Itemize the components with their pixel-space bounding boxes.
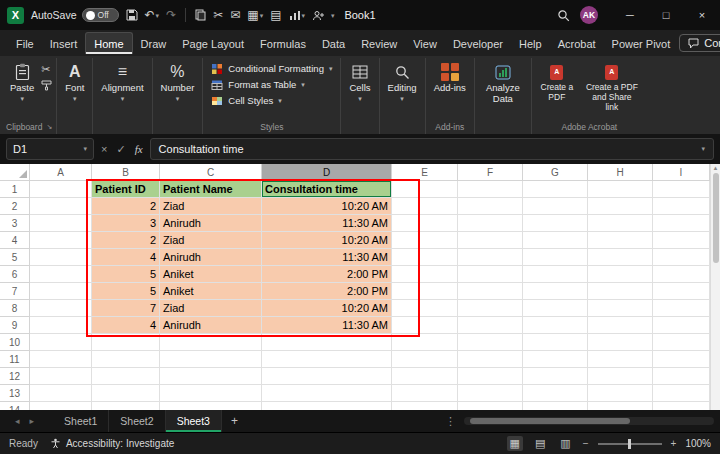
cell-D8[interactable]: 10:20 AM [262, 300, 392, 317]
cell-F4[interactable] [458, 232, 523, 249]
row-header-2[interactable]: 2 [0, 198, 30, 215]
cell-I14[interactable] [653, 402, 710, 410]
cell-E1[interactable] [392, 181, 458, 198]
sheet-nav-right-icon[interactable]: ▸ [25, 416, 40, 426]
enter-check-icon[interactable]: ✓ [116, 143, 125, 156]
cell-F3[interactable] [458, 215, 523, 232]
autosave-pill[interactable]: Off [82, 8, 119, 22]
cell-G9[interactable] [523, 317, 588, 334]
name-box[interactable]: D1 ▾ [6, 138, 94, 160]
cell-H6[interactable] [588, 266, 653, 283]
alignment-button[interactable]: ≡ Alignment ▾ [97, 59, 147, 104]
clipboard-group-label[interactable]: Clipboard ↘ [6, 122, 52, 134]
cell-H8[interactable] [588, 300, 653, 317]
column-header-G[interactable]: G [523, 164, 588, 181]
cell-B6[interactable]: 5 [92, 266, 160, 283]
cell-I6[interactable] [653, 266, 710, 283]
cell-C2[interactable]: Ziad [160, 198, 262, 215]
sheet-nav-left-icon[interactable]: ◂ [10, 416, 25, 426]
tab-home[interactable]: Home [85, 32, 132, 54]
column-header-D[interactable]: D [262, 164, 392, 181]
tab-draw[interactable]: Draw [133, 33, 175, 54]
cell-E2[interactable] [392, 198, 458, 215]
cell-C12[interactable] [160, 368, 262, 385]
cell-G11[interactable] [523, 351, 588, 368]
close-button[interactable]: × [684, 0, 720, 30]
cell-C1[interactable]: Patient Name [160, 181, 262, 198]
row-header-7[interactable]: 7 [0, 283, 30, 300]
cell-F9[interactable] [458, 317, 523, 334]
vertical-scrollbar[interactable]: ▲ [710, 164, 720, 410]
cell-D4[interactable]: 10:20 AM [262, 232, 392, 249]
column-header-H[interactable]: H [588, 164, 653, 181]
cell-C5[interactable]: Anirudh [160, 249, 262, 266]
person-add-icon[interactable] [312, 10, 324, 21]
row-header-3[interactable]: 3 [0, 215, 30, 232]
cell-D3[interactable]: 11:30 AM [262, 215, 392, 232]
sheet-tab-sheet3[interactable]: Sheet3 [166, 410, 222, 432]
cell-B1[interactable]: Patient ID [92, 181, 160, 198]
vertical-scroll-thumb[interactable] [713, 173, 719, 263]
redo-icon[interactable]: ↷ [166, 9, 176, 21]
cell-E8[interactable] [392, 300, 458, 317]
create-pdf-button[interactable]: A Create a PDF [536, 59, 578, 104]
cell-C3[interactable]: Anirudh [160, 215, 262, 232]
sheet-options-kebab-icon[interactable]: ⋮ [445, 415, 456, 428]
cell-A6[interactable] [30, 266, 92, 283]
format-painter-icon[interactable] [41, 80, 52, 91]
cell-G1[interactable] [523, 181, 588, 198]
paste-button[interactable]: Paste ▾ [6, 59, 38, 104]
cell-G4[interactable] [523, 232, 588, 249]
zoom-in-icon[interactable]: + [671, 438, 677, 449]
zoom-out-icon[interactable]: − [583, 438, 589, 449]
clipboard-dialog-launcher-icon[interactable]: ↘ [46, 123, 52, 131]
cell-G10[interactable] [523, 334, 588, 351]
row-header-11[interactable]: 11 [0, 351, 30, 368]
cell-I13[interactable] [653, 385, 710, 402]
cell-D12[interactable] [262, 368, 392, 385]
cell-B13[interactable] [92, 385, 160, 402]
cell-A10[interactable] [30, 334, 92, 351]
cell-A12[interactable] [30, 368, 92, 385]
cell-B4[interactable]: 2 [92, 232, 160, 249]
cell-E7[interactable] [392, 283, 458, 300]
cell-E3[interactable] [392, 215, 458, 232]
cell-A1[interactable] [30, 181, 92, 198]
cell-D5[interactable]: 11:30 AM [262, 249, 392, 266]
cell-F8[interactable] [458, 300, 523, 317]
zoom-slider[interactable] [598, 443, 662, 445]
tab-power-pivot[interactable]: Power Pivot [604, 33, 679, 54]
cell-H10[interactable] [588, 334, 653, 351]
cell-F10[interactable] [458, 334, 523, 351]
comments-button[interactable]: Comments [679, 34, 720, 52]
cell-B2[interactable]: 2 [92, 198, 160, 215]
conditional-formatting-button[interactable]: Conditional Formatting ▾ [207, 61, 336, 76]
analyze-data-button[interactable]: Analyze Data [479, 59, 527, 106]
cell-B10[interactable] [92, 334, 160, 351]
cell-I4[interactable] [653, 232, 710, 249]
save-icon[interactable] [126, 9, 138, 21]
cell-A2[interactable] [30, 198, 92, 215]
cell-C11[interactable] [160, 351, 262, 368]
normal-view-icon[interactable]: ▦ [507, 436, 523, 451]
cell-I3[interactable] [653, 215, 710, 232]
search-icon[interactable] [557, 9, 570, 22]
cell-E13[interactable] [392, 385, 458, 402]
row-header-6[interactable]: 6 [0, 266, 30, 283]
cell-H4[interactable] [588, 232, 653, 249]
cell-D14[interactable] [262, 402, 392, 410]
cell-A7[interactable] [30, 283, 92, 300]
format-as-table-button[interactable]: Format as Table ▾ [207, 77, 308, 92]
autosave-toggle[interactable]: AutoSave Off [31, 8, 119, 22]
cell-C14[interactable] [160, 402, 262, 410]
column-header-B[interactable]: B [92, 164, 160, 181]
column-header-C[interactable]: C [160, 164, 262, 181]
cell-G3[interactable] [523, 215, 588, 232]
cell-F2[interactable] [458, 198, 523, 215]
tab-review[interactable]: Review [353, 33, 405, 54]
cell-I12[interactable] [653, 368, 710, 385]
cell-I5[interactable] [653, 249, 710, 266]
editing-button[interactable]: Editing ▾ [384, 59, 421, 104]
cut-small-icon[interactable]: ✂ [41, 64, 52, 75]
select-all-corner[interactable] [0, 164, 30, 181]
